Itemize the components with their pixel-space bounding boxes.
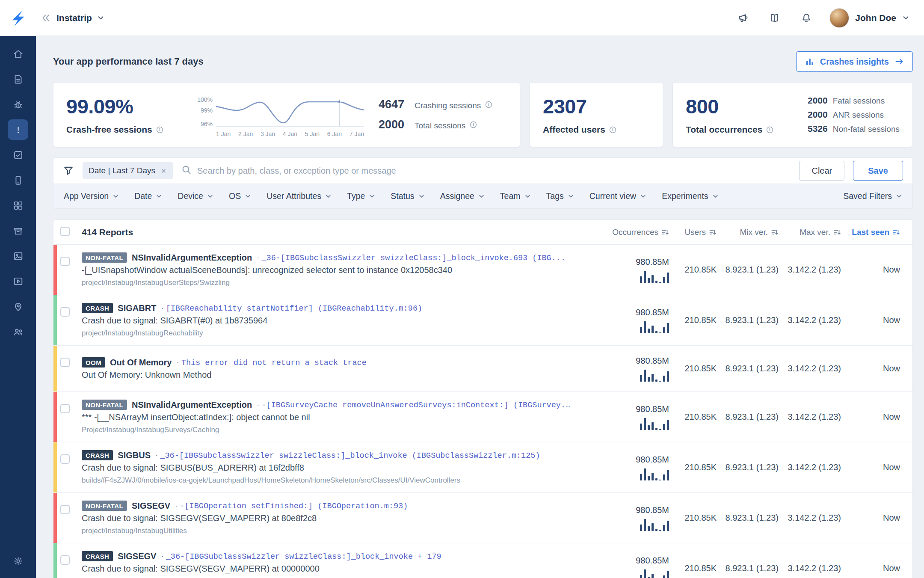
filter-dropdown-team[interactable]: Team xyxy=(500,191,531,201)
sidebar-item-app-performance[interactable] xyxy=(8,170,28,190)
instabug-logo[interactable] xyxy=(0,9,36,27)
chart-y-axis: 100%99%96% xyxy=(195,99,216,127)
anr-sessions-value: 2000 xyxy=(803,110,828,120)
column-occurrences[interactable]: Occurrences xyxy=(583,228,669,237)
app-selector[interactable]: Instatrip xyxy=(40,12,104,24)
exception-location: _36-[IBGSubclassSwizzler swizzleClass:]_… xyxy=(155,451,540,460)
filter-funnel-icon[interactable] xyxy=(63,165,74,176)
chart-x-tick: 2 Jan xyxy=(238,130,253,137)
chart-y-tick: 96% xyxy=(201,121,213,127)
mix-version-value: 8.923.1 (1.23) xyxy=(725,412,779,422)
sidebar-item-session-replay[interactable] xyxy=(8,271,28,291)
crash-description: Out Of Memory: Unknown Method xyxy=(82,370,573,380)
users-value: 210.85K xyxy=(684,412,717,422)
row-checkbox[interactable] xyxy=(60,307,70,317)
info-icon[interactable] xyxy=(485,101,492,108)
crashing-sessions-value: 4647 xyxy=(379,98,410,111)
sidebar-item-crashes[interactable] xyxy=(8,119,28,140)
sidebar-item-geo[interactable] xyxy=(8,296,28,317)
column-users[interactable]: Users xyxy=(669,228,717,237)
page-title: Your app performance last 7 days xyxy=(53,56,204,67)
table-row[interactable]: CRASH SIGABRT [IBGReachability startNoti… xyxy=(53,295,912,346)
anr-sessions-label: ANR sessions xyxy=(833,110,884,120)
nonfatal-sessions-label: Non-fatal sessions xyxy=(833,124,900,134)
search-input[interactable] xyxy=(197,166,791,176)
severity-strip xyxy=(53,493,57,543)
select-all-checkbox[interactable] xyxy=(60,227,70,236)
filter-dropdown-experiments[interactable]: Experiments xyxy=(662,191,718,201)
info-icon[interactable] xyxy=(156,126,163,133)
filter-dropdown-type[interactable]: Type xyxy=(347,191,375,201)
exception-location: -[IBGOperation setFinished:] (IBGOperati… xyxy=(175,501,408,511)
row-checkbox[interactable] xyxy=(60,404,70,413)
main-content: Your app performance last 7 days Crashes… xyxy=(36,36,924,578)
column-mix-ver[interactable]: Mix ver. xyxy=(717,228,779,237)
sort-icon xyxy=(833,228,841,236)
filter-dropdown-current-view[interactable]: Current view xyxy=(589,191,646,201)
filter-dropdown-user-attributes[interactable]: User Attributes xyxy=(267,191,332,201)
info-icon[interactable] xyxy=(766,126,773,133)
clear-filters-button[interactable]: Clear xyxy=(799,161,844,181)
sidebar xyxy=(0,36,36,578)
fatal-sessions-label: Fatal sessions xyxy=(833,96,885,106)
info-icon[interactable] xyxy=(470,121,477,128)
occurrences-value: 980.85M xyxy=(636,505,669,515)
row-checkbox[interactable] xyxy=(60,358,70,367)
occurrences-value: 980.85M xyxy=(636,308,669,317)
table-row[interactable]: CRASH SIGSEGV _36-[IBGSubclassSwizzler s… xyxy=(53,543,912,578)
row-checkbox[interactable] xyxy=(60,454,70,464)
column-last-seen[interactable]: Last seen xyxy=(841,228,900,237)
table-row[interactable]: NON-FATAL NSInvalidArgumentException _36… xyxy=(53,245,912,295)
chevron-down-icon xyxy=(156,193,162,199)
sidebar-item-releases[interactable] xyxy=(8,220,28,241)
saved-filters-dropdown[interactable]: Saved Filters xyxy=(843,191,902,201)
filter-dropdown-assignee[interactable]: Assignee xyxy=(440,191,485,201)
crash-path: builds/fF4sZJWJ/0/mobile/ios-ca-gojek/La… xyxy=(82,476,573,485)
filter-dropdown-device[interactable]: Device xyxy=(178,191,213,201)
date-filter-chip[interactable]: Date | Last 7 Days xyxy=(83,162,173,179)
table-row[interactable]: NON-FATAL NSInvalidArgumentException -[I… xyxy=(53,392,912,442)
chevron-down-icon xyxy=(902,14,909,21)
total-occurrences-label: Total occurrences xyxy=(686,124,762,135)
chart-x-axis: 1 Jan2 Jan3 Jan4 Jan5 Jan6 Jan7 Jan xyxy=(216,130,364,137)
sidebar-item-reports[interactable] xyxy=(8,69,28,89)
crashes-insights-button[interactable]: Crashes insights xyxy=(796,51,913,72)
sidebar-item-team[interactable] xyxy=(8,321,28,342)
user-menu[interactable]: John Doe xyxy=(829,8,909,28)
chevron-down-icon xyxy=(478,193,485,199)
chevron-down-icon xyxy=(113,193,119,199)
affected-users-label: Affected users xyxy=(543,124,605,135)
column-max-ver[interactable]: Max ver. xyxy=(779,228,841,237)
table-row[interactable]: CRASH SIGBUS _36-[IBGSubclassSwizzler sw… xyxy=(53,442,912,493)
row-checkbox[interactable] xyxy=(60,555,70,565)
report-type-badge: CRASH xyxy=(82,303,113,313)
filter-dropdown-status[interactable]: Status xyxy=(391,191,424,201)
table-row[interactable]: NON-FATAL SIGSEGV -[IBGOperation setFini… xyxy=(53,493,912,543)
severity-strip xyxy=(53,543,57,578)
sidebar-item-surveys[interactable] xyxy=(8,145,28,165)
row-checkbox[interactable] xyxy=(60,257,70,266)
announcements-icon[interactable] xyxy=(737,12,749,24)
sidebar-item-media[interactable] xyxy=(8,246,28,266)
settings-gear-icon[interactable] xyxy=(8,551,28,571)
save-filters-button[interactable]: Save xyxy=(853,161,903,181)
table-row[interactable]: OOM Out Of Memory This error did not ret… xyxy=(53,346,912,392)
info-icon[interactable] xyxy=(609,126,616,133)
sidebar-item-bug-reporting[interactable] xyxy=(8,94,28,115)
chart-x-tick: 3 Jan xyxy=(261,130,275,137)
docs-icon[interactable] xyxy=(769,12,781,24)
filter-dropdown-app-version[interactable]: App Version xyxy=(64,191,119,201)
exception-location: _36-[IBGSubclassSwizzler swizzleClass:]_… xyxy=(257,253,566,263)
filter-dropdown-tags[interactable]: Tags xyxy=(546,191,574,201)
filter-dropdown-os[interactable]: OS xyxy=(229,191,251,201)
notifications-icon[interactable] xyxy=(800,12,812,24)
filter-dropdown-date[interactable]: Date xyxy=(134,191,162,201)
chart-x-tick: 7 Jan xyxy=(349,130,364,137)
chevron-down-icon xyxy=(418,193,425,199)
crash-description: Crash due to signal: SIGABRT(#0) at 1b87… xyxy=(82,316,573,326)
sidebar-item-home[interactable] xyxy=(8,44,28,64)
sidebar-item-features[interactable] xyxy=(8,195,28,216)
chip-remove-icon[interactable] xyxy=(160,168,167,174)
mix-version-value: 8.923.1 (1.23) xyxy=(725,462,779,472)
row-checkbox[interactable] xyxy=(60,505,70,514)
